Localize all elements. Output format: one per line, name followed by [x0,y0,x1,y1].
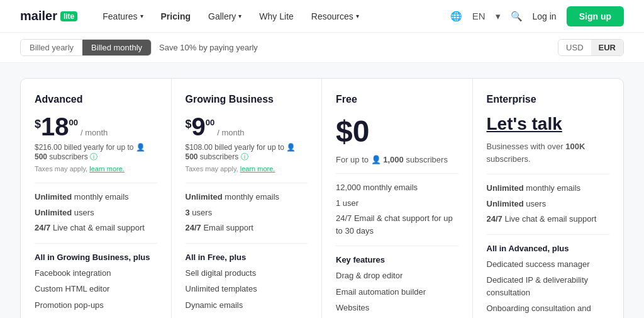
price-period: / month [217,128,244,137]
navbar: mailer lite Features ▾ Pricing Gallery ▾… [0,0,644,33]
enterprise-desc: Businesses with over 100K subscribers. [487,140,610,165]
list-item: 24/7 Live chat & email support [487,213,610,225]
plan-enterprise: Enterprise Let's talk Businesses with ov… [473,79,624,318]
extras-list-free: Drag & drop editor Email automation buil… [336,270,458,318]
section-title-enterprise: All in Advanced, plus [487,244,610,253]
currency-usd-btn[interactable]: USD [558,40,591,55]
plan-growing: Growing Business $ 9 00 / month $108.00 … [172,79,323,318]
list-item: Auto resend campaign [186,315,308,318]
plan-free: Free $0 For up to 👤 1,000 subscribers 12… [322,79,473,318]
plan-price-growing: $ 9 00 / month [186,114,308,139]
nav-links: Features ▾ Pricing Gallery ▾ Why Lite Re… [103,11,450,21]
list-item: Email automation builder [336,286,458,298]
nav-right: 🌐 EN ▾ 🔍 Log in Sign up [450,6,624,26]
list-item: Custom HTML editor [35,283,157,295]
nav-pricing[interactable]: Pricing [161,11,191,21]
list-item: 24/7 Email & chat support for up to 30 d… [336,212,458,237]
chevron-down-icon: ▾ [238,13,242,20]
tax-note-advanced: Taxes may apply, learn more. [35,165,157,173]
list-item: Multiple triggers in automations [35,315,157,318]
list-item: Facebook integration [35,267,157,280]
billing-yearly-tab[interactable]: Billed yearly [21,40,82,55]
nav-features[interactable]: Features ▾ [103,11,143,21]
plan-price-free: $0 [336,114,458,149]
extras-list-enterprise: Dedicated success manager Dedicated IP &… [487,258,610,319]
extras-list-advanced: Facebook integration Custom HTML editor … [35,267,157,319]
list-item: Onboarding consultation and training [487,302,610,318]
list-item: 24/7 Email support [186,222,308,234]
login-button[interactable]: Log in [533,11,557,21]
main-content: Advanced $ 18 00 / month $216.00 billed … [0,63,644,318]
list-item: 24/7 Live chat & email support [35,222,157,234]
price-symbol: $ [186,118,192,131]
list-item: Unlimited users [487,198,610,210]
free-subscribers: For up to 👤 1,000 subscribers [336,155,458,164]
yearly-price-growing: $108.00 billed yearly for up to 👤 500 su… [186,143,308,162]
list-item: 12,000 monthly emails [336,181,458,194]
plan-name-growing: Growing Business [186,94,308,105]
list-item: Drag & drop editor [336,270,458,282]
list-item: 1 user [336,197,458,210]
save-label: Save 10% by paying yearly [159,43,258,52]
feature-list-advanced: Unlimited monthly emails Unlimited users… [35,191,157,234]
list-item: Unlimited users [35,207,157,219]
list-item: Websites [336,302,458,314]
locale-label[interactable]: EN [472,11,486,21]
learn-more-link-growing[interactable]: learn more. [240,165,275,173]
logo-text: mailer [20,9,57,23]
list-item: 3 users [186,207,308,219]
price-period: / month [80,128,108,137]
list-item: Dedicated IP & deliverability consultati… [487,274,610,298]
list-item: Dynamic emails [186,299,308,312]
price-whole: 18 [41,114,69,139]
pricing-grid: Advanced $ 18 00 / month $216.00 billed … [20,78,624,318]
list-item: Unlimited templates [186,283,308,295]
search-icon[interactable]: 🔍 [511,11,523,22]
billing-monthly-tab[interactable]: Billed monthly [82,40,151,55]
extras-list-growing: Sell digital products Unlimited template… [186,267,308,319]
logo-badge: lite [60,11,77,21]
list-item: Unlimited monthly emails [35,191,157,203]
logo[interactable]: mailer lite [20,9,77,23]
key-features-title: Key features [336,255,458,264]
plan-name-free: Free [336,94,458,105]
chevron-down-icon: ▾ [356,13,359,20]
price-whole: 9 [192,114,206,139]
feature-list-growing: Unlimited monthly emails 3 users 24/7 Em… [186,191,308,234]
plan-price-advanced: $ 18 00 / month [35,114,157,139]
list-item: Promotion pop-ups [35,299,157,312]
tax-note-growing: Taxes may apply, learn more. [186,165,308,173]
nav-why-lite[interactable]: Why Lite [259,11,293,21]
feature-list-enterprise: Unlimited monthly emails Unlimited users… [487,182,610,225]
currency-toggle: USD EUR [558,39,624,56]
billing-bar: Billed yearly Billed monthly Save 10% by… [0,33,644,63]
plan-name-enterprise: Enterprise [487,94,610,105]
list-item: Unlimited monthly emails [487,182,610,195]
price-symbol: $ [35,118,41,131]
currency-eur-btn[interactable]: EUR [591,40,623,55]
price-decimal: 00 [206,118,214,133]
yearly-price-advanced: $216.00 billed yearly for up to 👤 500 su… [35,143,157,162]
feature-list-free: 12,000 monthly emails 1 user 24/7 Email … [336,181,458,237]
plan-advanced: Advanced $ 18 00 / month $216.00 billed … [21,79,172,318]
nav-gallery[interactable]: Gallery ▾ [208,11,242,21]
learn-more-link-advanced[interactable]: learn more. [89,165,125,173]
globe-icon[interactable]: 🌐 [450,11,462,22]
signup-button[interactable]: Sign up [567,6,624,26]
list-item: Sell digital products [186,267,308,280]
lets-talk: Let's talk [487,114,610,134]
nav-resources[interactable]: Resources ▾ [311,11,359,21]
price-decimal: 00 [69,118,78,133]
billing-tabs: Billed yearly Billed monthly [20,39,152,56]
list-item: Dedicated success manager [487,258,610,271]
plan-name-advanced: Advanced [35,94,157,105]
section-title-advanced: All in Growing Business, plus [35,253,157,262]
price-free: $0 [336,115,369,148]
chevron-down-icon: ▾ [140,13,143,20]
chevron-down-icon: ▾ [496,11,501,22]
list-item: Unlimited monthly emails [186,191,308,203]
section-title-growing: All in Free, plus [186,253,308,262]
